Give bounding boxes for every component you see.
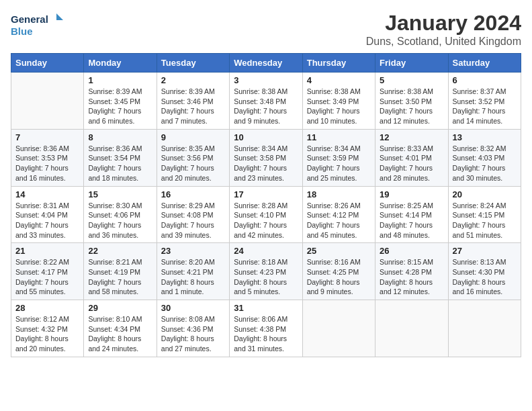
calendar-cell: 14Sunrise: 8:31 AMSunset: 4:04 PMDayligh… (11, 186, 84, 243)
cell-info: Sunrise: 8:30 AMSunset: 4:06 PMDaylight:… (88, 201, 152, 240)
page-header: General Blue January 2024 Duns, Scotland… (11, 11, 521, 48)
month-title: January 2024 (366, 11, 521, 36)
day-header-sunday: Sunday (11, 54, 84, 73)
day-number: 20 (453, 189, 517, 199)
calendar-cell: 12Sunrise: 8:33 AMSunset: 4:01 PMDayligh… (375, 129, 448, 186)
day-number: 16 (161, 189, 225, 199)
day-number: 21 (15, 246, 79, 256)
calendar-cell (448, 300, 521, 357)
svg-text:Blue: Blue (11, 26, 33, 37)
calendar-cell: 29Sunrise: 8:10 AMSunset: 4:34 PMDayligh… (84, 300, 157, 357)
cell-info: Sunrise: 8:10 AMSunset: 4:34 PMDaylight:… (88, 314, 152, 354)
calendar-cell: 1Sunrise: 8:39 AMSunset: 3:45 PMDaylight… (84, 73, 157, 130)
cell-info: Sunrise: 8:33 AMSunset: 4:01 PMDaylight:… (380, 144, 443, 183)
svg-text:General: General (11, 13, 48, 25)
day-number: 14 (15, 189, 79, 199)
title-block: January 2024 Duns, Scotland, United King… (366, 11, 521, 48)
calendar-cell (302, 300, 375, 357)
cell-info: Sunrise: 8:28 AMSunset: 4:10 PMDaylight:… (234, 201, 298, 240)
week-row-5: 28Sunrise: 8:12 AMSunset: 4:32 PMDayligh… (11, 300, 521, 357)
day-header-saturday: Saturday (448, 54, 521, 73)
day-number: 30 (161, 303, 225, 313)
day-number: 29 (88, 303, 152, 313)
calendar-cell (11, 73, 84, 130)
calendar-cell: 5Sunrise: 8:38 AMSunset: 3:50 PMDaylight… (375, 73, 448, 130)
svg-marker-2 (56, 13, 63, 20)
cell-info: Sunrise: 8:37 AMSunset: 3:52 PMDaylight:… (453, 87, 517, 126)
week-row-1: 1Sunrise: 8:39 AMSunset: 3:45 PMDaylight… (11, 73, 521, 130)
cell-info: Sunrise: 8:18 AMSunset: 4:23 PMDaylight:… (234, 257, 298, 297)
cell-info: Sunrise: 8:32 AMSunset: 4:03 PMDaylight:… (453, 144, 517, 183)
day-number: 9 (161, 132, 225, 142)
cell-info: Sunrise: 8:38 AMSunset: 3:50 PMDaylight:… (380, 87, 443, 126)
calendar-cell (375, 300, 448, 357)
calendar-cell: 6Sunrise: 8:37 AMSunset: 3:52 PMDaylight… (448, 73, 521, 130)
calendar-cell: 21Sunrise: 8:22 AMSunset: 4:17 PMDayligh… (11, 243, 84, 300)
calendar-cell: 11Sunrise: 8:34 AMSunset: 3:59 PMDayligh… (302, 129, 375, 186)
day-header-wednesday: Wednesday (230, 54, 302, 73)
calendar-cell: 7Sunrise: 8:36 AMSunset: 3:53 PMDaylight… (11, 129, 84, 186)
cell-info: Sunrise: 8:08 AMSunset: 4:36 PMDaylight:… (161, 314, 225, 354)
cell-info: Sunrise: 8:38 AMSunset: 3:49 PMDaylight:… (307, 87, 371, 126)
cell-info: Sunrise: 8:34 AMSunset: 3:59 PMDaylight:… (307, 144, 371, 183)
day-number: 10 (234, 132, 298, 142)
calendar-cell: 20Sunrise: 8:24 AMSunset: 4:15 PMDayligh… (448, 186, 521, 243)
week-row-3: 14Sunrise: 8:31 AMSunset: 4:04 PMDayligh… (11, 186, 521, 243)
cell-info: Sunrise: 8:26 AMSunset: 4:12 PMDaylight:… (307, 201, 371, 240)
calendar-cell: 18Sunrise: 8:26 AMSunset: 4:12 PMDayligh… (302, 186, 375, 243)
day-number: 31 (234, 303, 298, 313)
calendar-cell: 2Sunrise: 8:39 AMSunset: 3:46 PMDaylight… (157, 73, 229, 130)
calendar-cell: 24Sunrise: 8:18 AMSunset: 4:23 PMDayligh… (230, 243, 302, 300)
calendar-cell: 8Sunrise: 8:36 AMSunset: 3:54 PMDaylight… (84, 129, 157, 186)
day-header-monday: Monday (84, 54, 157, 73)
cell-info: Sunrise: 8:39 AMSunset: 3:45 PMDaylight:… (88, 87, 152, 126)
cell-info: Sunrise: 8:36 AMSunset: 3:54 PMDaylight:… (88, 144, 152, 183)
week-row-2: 7Sunrise: 8:36 AMSunset: 3:53 PMDaylight… (11, 129, 521, 186)
calendar-cell: 22Sunrise: 8:21 AMSunset: 4:19 PMDayligh… (84, 243, 157, 300)
day-number: 28 (15, 303, 79, 313)
day-number: 18 (307, 189, 371, 199)
day-number: 23 (161, 246, 225, 256)
cell-info: Sunrise: 8:20 AMSunset: 4:21 PMDaylight:… (161, 257, 225, 297)
day-number: 12 (380, 132, 443, 142)
day-number: 11 (307, 132, 371, 142)
day-number: 7 (15, 132, 79, 142)
calendar-cell: 23Sunrise: 8:20 AMSunset: 4:21 PMDayligh… (157, 243, 229, 300)
calendar-cell: 26Sunrise: 8:15 AMSunset: 4:28 PMDayligh… (375, 243, 448, 300)
day-number: 26 (380, 246, 443, 256)
day-number: 27 (453, 246, 517, 256)
cell-info: Sunrise: 8:29 AMSunset: 4:08 PMDaylight:… (161, 201, 225, 240)
day-header-friday: Friday (375, 54, 448, 73)
day-number: 13 (453, 132, 517, 142)
cell-info: Sunrise: 8:15 AMSunset: 4:28 PMDaylight:… (380, 257, 443, 297)
calendar-cell: 19Sunrise: 8:25 AMSunset: 4:14 PMDayligh… (375, 186, 448, 243)
calendar-cell: 10Sunrise: 8:34 AMSunset: 3:58 PMDayligh… (230, 129, 302, 186)
day-number: 3 (234, 75, 298, 85)
cell-info: Sunrise: 8:25 AMSunset: 4:14 PMDaylight:… (380, 201, 443, 240)
day-number: 19 (380, 189, 443, 199)
day-number: 2 (161, 75, 225, 85)
cell-info: Sunrise: 8:36 AMSunset: 3:53 PMDaylight:… (15, 144, 79, 183)
cell-info: Sunrise: 8:21 AMSunset: 4:19 PMDaylight:… (88, 257, 152, 297)
cell-info: Sunrise: 8:39 AMSunset: 3:46 PMDaylight:… (161, 87, 225, 126)
cell-info: Sunrise: 8:38 AMSunset: 3:48 PMDaylight:… (234, 87, 298, 126)
day-number: 15 (88, 189, 152, 199)
day-number: 22 (88, 246, 152, 256)
calendar-cell: 4Sunrise: 8:38 AMSunset: 3:49 PMDaylight… (302, 73, 375, 130)
cell-info: Sunrise: 8:34 AMSunset: 3:58 PMDaylight:… (234, 144, 298, 183)
day-header-thursday: Thursday (302, 54, 375, 73)
logo: General Blue (11, 11, 64, 40)
cell-info: Sunrise: 8:24 AMSunset: 4:15 PMDaylight:… (453, 201, 517, 240)
calendar-cell: 17Sunrise: 8:28 AMSunset: 4:10 PMDayligh… (230, 186, 302, 243)
calendar-cell: 27Sunrise: 8:13 AMSunset: 4:30 PMDayligh… (448, 243, 521, 300)
cell-info: Sunrise: 8:16 AMSunset: 4:25 PMDaylight:… (307, 257, 371, 297)
day-number: 1 (88, 75, 152, 85)
calendar-cell: 31Sunrise: 8:06 AMSunset: 4:38 PMDayligh… (230, 300, 302, 357)
day-number: 4 (307, 75, 371, 85)
day-number: 25 (307, 246, 371, 256)
day-header-tuesday: Tuesday (157, 54, 229, 73)
cell-info: Sunrise: 8:22 AMSunset: 4:17 PMDaylight:… (15, 257, 79, 297)
cell-info: Sunrise: 8:35 AMSunset: 3:56 PMDaylight:… (161, 144, 225, 183)
cell-info: Sunrise: 8:12 AMSunset: 4:32 PMDaylight:… (15, 314, 79, 354)
cell-info: Sunrise: 8:13 AMSunset: 4:30 PMDaylight:… (453, 257, 517, 297)
